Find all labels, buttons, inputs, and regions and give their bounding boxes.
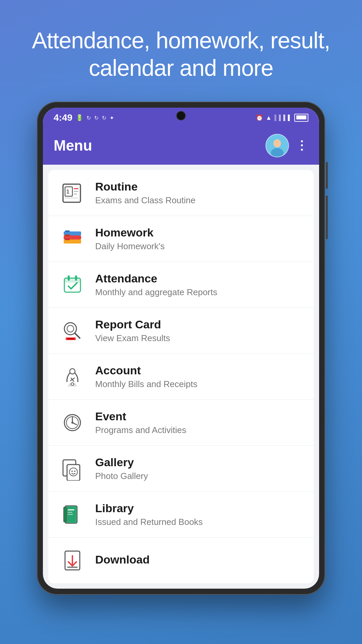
svg-text:1: 1 [66, 189, 69, 195]
menu-item-download[interactable]: Download [48, 538, 314, 583]
svg-rect-14 [65, 238, 70, 240]
svg-point-36 [71, 471, 73, 472]
phone-frame: 4:49 🔋 ↻ ↻ ↻ ✦ ⏰ ▲ ▌▌▌▌ Menu [37, 102, 325, 595]
svg-rect-44 [64, 507, 66, 522]
svg-point-35 [69, 468, 77, 476]
download-icon [59, 547, 86, 574]
more-options-button[interactable]: ⋮ [296, 139, 308, 153]
event-title: Event [95, 410, 303, 423]
download-title: Download [95, 553, 303, 566]
report-card-title: Report Card [95, 318, 303, 331]
library-icon [59, 501, 86, 528]
app-icon: ✦ [110, 115, 114, 121]
svg-rect-8 [74, 191, 78, 192]
routine-icon: 1 [59, 179, 86, 206]
account-subtitle: Monthly Bills and Receipts [95, 379, 303, 389]
event-subtitle: Programs and Activities [95, 425, 303, 435]
library-title: Library [95, 502, 303, 515]
gallery-subtitle: Photo Gallery [95, 471, 303, 481]
power-button [326, 196, 328, 239]
svg-rect-20 [75, 275, 77, 281]
homework-subtitle: Daily Homework's [95, 241, 303, 252]
svg-rect-10 [65, 198, 78, 199]
account-text: Account Monthly Bills and Receipts [95, 364, 303, 389]
event-icon [59, 409, 86, 436]
gallery-icon [59, 455, 86, 482]
header-actions: ⋮ [265, 134, 308, 157]
account-title: Account [95, 364, 303, 377]
status-bar-left: 4:49 🔋 ↻ ↻ ↻ ✦ [54, 112, 114, 123]
status-time: 4:49 [54, 112, 72, 123]
routine-title: Routine [95, 180, 303, 193]
svg-point-27 [71, 383, 74, 385]
account-icon [59, 363, 86, 390]
routine-subtitle: Exams and Class Routine [95, 195, 303, 206]
library-text: Library Issued and Returned Books [95, 502, 303, 527]
charging-icon: 🔋 [76, 114, 83, 121]
menu-list: 1 Routine Exams and Class Routine [48, 170, 314, 583]
svg-line-23 [75, 333, 80, 338]
homework-title: Homework [95, 226, 303, 239]
svg-point-32 [71, 422, 73, 424]
svg-rect-18 [64, 278, 80, 283]
svg-rect-25 [67, 338, 74, 339]
svg-point-37 [74, 471, 75, 472]
menu-item-homework[interactable]: Homework Daily Homework's [48, 216, 314, 262]
svg-point-22 [67, 325, 74, 332]
attendance-title: Attendance [95, 272, 303, 285]
svg-rect-15 [65, 234, 70, 236]
status-bar-right: ⏰ ▲ ▌▌▌▌ [256, 114, 308, 122]
svg-rect-7 [74, 188, 78, 189]
report-card-text: Report Card View Exam Results [95, 318, 303, 343]
homework-icon [59, 225, 86, 252]
download-text: Download [95, 553, 303, 568]
report-card-subtitle: View Exam Results [95, 333, 303, 343]
hero-title: Attendance, homework, result, calendar a… [0, 0, 362, 102]
event-text: Event Programs and Activities [95, 410, 303, 435]
library-subtitle: Issued and Returned Books [95, 517, 303, 527]
gallery-title: Gallery [95, 456, 303, 469]
attendance-icon [59, 271, 86, 298]
app-header: Menu ⋮ [43, 126, 319, 165]
camera-notch [176, 111, 186, 120]
routine-text: Routine Exams and Class Routine [95, 180, 303, 206]
battery-icon [294, 114, 308, 122]
svg-point-26 [70, 369, 75, 374]
alarm-icon: ⏰ [256, 114, 263, 121]
svg-rect-16 [65, 230, 70, 232]
svg-point-3 [274, 140, 281, 147]
report-card-icon [59, 317, 86, 344]
app-header-title: Menu [54, 137, 92, 154]
svg-rect-40 [68, 509, 74, 511]
menu-item-report-card[interactable]: Report Card View Exam Results [48, 308, 314, 354]
wifi-icon: ▲ [266, 114, 272, 121]
svg-rect-42 [68, 514, 73, 515]
avatar[interactable] [265, 134, 289, 157]
svg-rect-41 [68, 512, 72, 513]
homework-text: Homework Daily Homework's [95, 226, 303, 252]
phone-screen: 4:49 🔋 ↻ ↻ ↻ ✦ ⏰ ▲ ▌▌▌▌ Menu [43, 108, 319, 589]
svg-point-2 [271, 148, 284, 157]
attendance-text: Attendance Monthly and aggregate Reports [95, 272, 303, 298]
svg-rect-9 [74, 194, 77, 195]
sync-icon-2: ↻ [94, 115, 99, 121]
signal-icon: ▌▌▌▌ [275, 115, 292, 121]
gallery-text: Gallery Photo Gallery [95, 456, 303, 481]
menu-item-event[interactable]: Event Programs and Activities [48, 400, 314, 446]
menu-item-gallery[interactable]: Gallery Photo Gallery [48, 446, 314, 492]
menu-item-account[interactable]: Account Monthly Bills and Receipts [48, 354, 314, 400]
menu-item-routine[interactable]: 1 Routine Exams and Class Routine [48, 170, 314, 216]
attendance-subtitle: Monthly and aggregate Reports [95, 287, 303, 298]
sync-icon-1: ↻ [86, 115, 91, 121]
menu-item-library[interactable]: Library Issued and Returned Books [48, 492, 314, 538]
volume-button [326, 162, 328, 189]
menu-item-attendance[interactable]: Attendance Monthly and aggregate Reports [48, 262, 314, 308]
svg-rect-19 [68, 275, 70, 281]
sync-icon-3: ↻ [102, 115, 106, 121]
